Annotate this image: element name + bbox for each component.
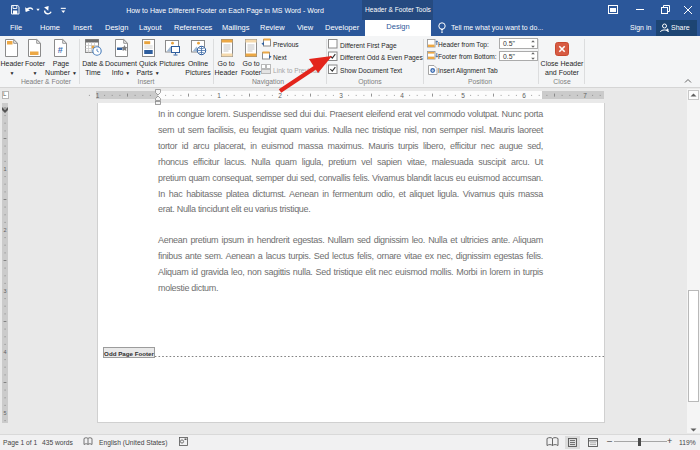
svg-text:4: 4 bbox=[3, 349, 6, 355]
svg-text:1: 1 bbox=[3, 166, 6, 172]
svg-text:5: 5 bbox=[3, 410, 6, 416]
svg-text:2: 2 bbox=[3, 227, 6, 233]
svg-text:#: # bbox=[58, 45, 63, 55]
svg-text:3: 3 bbox=[3, 288, 6, 294]
